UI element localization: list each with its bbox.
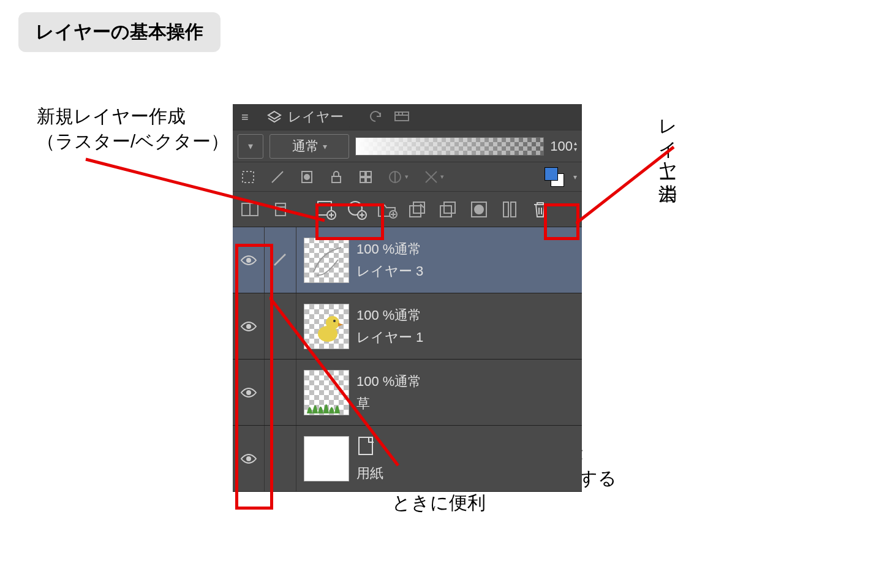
opacity-value[interactable]: 100 ▴▾ — [550, 138, 577, 154]
callout-text: ときに便利 — [392, 491, 617, 516]
undo-icon[interactable] — [368, 109, 383, 125]
fx-dropdown-icon[interactable]: ▾ — [420, 167, 447, 187]
tab-label: レイヤー — [288, 108, 344, 126]
callout-text: （ラスター/ベクター） — [37, 129, 229, 154]
annotation-line — [576, 144, 680, 230]
svg-rect-26 — [440, 206, 451, 217]
layer-name-label: レイヤー 3 — [356, 262, 423, 281]
panel-menu-icon[interactable]: ≡ — [238, 110, 252, 124]
svg-line-2 — [270, 297, 398, 466]
layer-item[interactable]: 100 %通常 レイヤー 3 — [233, 227, 582, 293]
movie-icon[interactable] — [394, 110, 410, 124]
annotation-line — [270, 294, 404, 472]
svg-rect-30 — [511, 202, 516, 217]
color-swatch[interactable] — [544, 167, 565, 187]
blend-mode-label: 通常 — [292, 137, 319, 156]
svg-point-28 — [475, 205, 483, 214]
panel-tab-bar: ≡ レイヤー — [233, 104, 582, 130]
merge-down-button[interactable] — [436, 197, 461, 222]
clip-button[interactable] — [497, 197, 522, 222]
svg-rect-10 — [366, 178, 371, 183]
svg-rect-25 — [444, 202, 455, 213]
tab-extra-icons — [368, 109, 410, 125]
layer-thumbnail — [304, 238, 349, 283]
mask-create-button[interactable] — [467, 197, 491, 222]
adjust-dropdown-icon[interactable]: ▾ — [385, 167, 412, 187]
svg-line-0 — [86, 159, 325, 221]
svg-rect-29 — [503, 202, 508, 217]
highlight-box-new-layer — [315, 203, 384, 240]
reference-icon[interactable] — [355, 167, 376, 187]
layers-icon — [266, 108, 283, 126]
svg-rect-11 — [366, 172, 371, 176]
transfer-down-button[interactable] — [405, 197, 430, 222]
opacity-slider[interactable] — [355, 137, 544, 156]
highlight-box-delete — [544, 203, 579, 240]
page-title: レイヤーの基本操作 — [18, 12, 221, 52]
tab-layers[interactable]: レイヤー — [260, 105, 350, 129]
annotation-line — [80, 153, 337, 233]
layer-opacity-label: 100 %通常 — [356, 240, 423, 258]
callout-text: 新規レイヤー作成 — [37, 104, 229, 129]
svg-rect-9 — [360, 172, 365, 176]
callout-new-layer: 新規レイヤー作成 （ラスター/ベクター） — [37, 104, 229, 154]
svg-rect-12 — [360, 178, 365, 183]
svg-line-1 — [576, 147, 674, 224]
opacity-number: 100 — [550, 138, 573, 154]
svg-marker-3 — [268, 111, 281, 119]
highlight-box-visibility — [235, 244, 273, 510]
svg-rect-23 — [413, 202, 424, 213]
svg-rect-24 — [410, 206, 421, 217]
